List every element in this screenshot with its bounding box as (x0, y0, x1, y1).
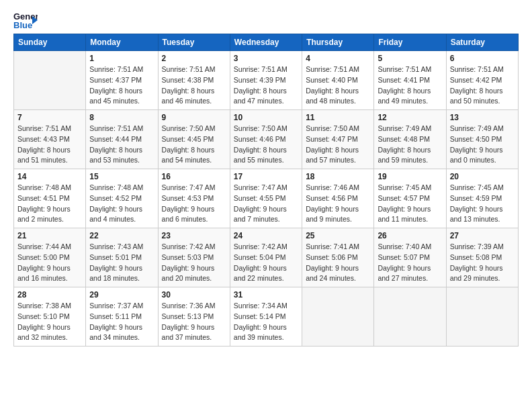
day-number: 12 (378, 113, 442, 122)
day-number: 16 (162, 172, 226, 181)
day-cell: 2Sunrise: 7:51 AMSunset: 4:38 PMDaylight… (158, 51, 230, 110)
day-info: Sunrise: 7:42 AMSunset: 5:03 PMDaylight:… (162, 242, 226, 284)
day-number: 21 (17, 231, 82, 240)
day-cell: 7Sunrise: 7:51 AMSunset: 4:43 PMDaylight… (14, 110, 86, 169)
day-number: 31 (234, 290, 298, 300)
day-number: 3 (234, 54, 298, 63)
header-saturday: Saturday (446, 34, 518, 51)
day-cell: 28Sunrise: 7:38 AMSunset: 5:10 PMDayligh… (14, 287, 86, 347)
week-row-2: 14Sunrise: 7:48 AMSunset: 4:51 PMDayligh… (14, 169, 519, 228)
day-info: Sunrise: 7:44 AMSunset: 5:00 PMDaylight:… (17, 242, 82, 284)
day-cell: 15Sunrise: 7:48 AMSunset: 4:52 PMDayligh… (86, 169, 158, 228)
day-number: 25 (306, 231, 370, 240)
week-row-0: 1Sunrise: 7:51 AMSunset: 4:37 PMDaylight… (14, 51, 519, 110)
day-cell: 5Sunrise: 7:51 AMSunset: 4:41 PMDaylight… (374, 51, 446, 110)
day-number: 15 (89, 172, 154, 181)
day-cell: 20Sunrise: 7:45 AMSunset: 4:59 PMDayligh… (446, 169, 518, 228)
day-info: Sunrise: 7:42 AMSunset: 5:04 PMDaylight:… (234, 242, 298, 284)
day-info: Sunrise: 7:43 AMSunset: 5:01 PMDaylight:… (89, 242, 154, 284)
header-wednesday: Wednesday (230, 34, 302, 51)
day-cell: 13Sunrise: 7:49 AMSunset: 4:50 PMDayligh… (446, 110, 518, 169)
calendar-table: SundayMondayTuesdayWednesdayThursdayFrid… (13, 34, 519, 347)
day-number: 8 (89, 113, 154, 122)
day-info: Sunrise: 7:36 AMSunset: 5:13 PMDaylight:… (162, 301, 226, 343)
day-info: Sunrise: 7:51 AMSunset: 4:43 PMDaylight:… (17, 124, 82, 166)
day-cell: 19Sunrise: 7:45 AMSunset: 4:57 PMDayligh… (374, 169, 446, 228)
logo: General Blue (13, 11, 38, 30)
day-number: 29 (89, 290, 154, 300)
week-row-4: 28Sunrise: 7:38 AMSunset: 5:10 PMDayligh… (14, 287, 519, 347)
day-number: 14 (17, 172, 82, 181)
day-info: Sunrise: 7:51 AMSunset: 4:39 PMDaylight:… (234, 64, 298, 107)
header-sunday: Sunday (14, 34, 86, 51)
day-number: 2 (162, 54, 226, 63)
day-number: 23 (162, 231, 226, 240)
day-cell (446, 287, 518, 347)
day-info: Sunrise: 7:38 AMSunset: 5:10 PMDaylight:… (17, 301, 82, 343)
day-cell: 25Sunrise: 7:41 AMSunset: 5:06 PMDayligh… (302, 228, 374, 287)
day-cell (302, 287, 374, 347)
logo-icon: General Blue (13, 11, 38, 30)
day-info: Sunrise: 7:34 AMSunset: 5:14 PMDaylight:… (234, 301, 298, 343)
day-cell: 29Sunrise: 7:37 AMSunset: 5:11 PMDayligh… (86, 287, 158, 347)
day-number: 7 (17, 113, 82, 122)
svg-text:Blue: Blue (13, 20, 32, 30)
header-tuesday: Tuesday (158, 34, 230, 51)
day-info: Sunrise: 7:47 AMSunset: 4:55 PMDaylight:… (234, 183, 298, 225)
day-number: 5 (378, 54, 442, 63)
day-info: Sunrise: 7:50 AMSunset: 4:46 PMDaylight:… (234, 124, 298, 166)
day-info: Sunrise: 7:51 AMSunset: 4:44 PMDaylight:… (89, 124, 154, 166)
day-cell: 16Sunrise: 7:47 AMSunset: 4:53 PMDayligh… (158, 169, 230, 228)
header: General Blue (13, 11, 519, 30)
day-info: Sunrise: 7:48 AMSunset: 4:51 PMDaylight:… (17, 183, 82, 225)
day-cell (14, 51, 86, 110)
day-number: 26 (378, 231, 442, 240)
day-cell: 21Sunrise: 7:44 AMSunset: 5:00 PMDayligh… (14, 228, 86, 287)
day-cell: 14Sunrise: 7:48 AMSunset: 4:51 PMDayligh… (14, 169, 86, 228)
day-info: Sunrise: 7:41 AMSunset: 5:06 PMDaylight:… (306, 242, 370, 284)
day-cell: 22Sunrise: 7:43 AMSunset: 5:01 PMDayligh… (86, 228, 158, 287)
day-info: Sunrise: 7:50 AMSunset: 4:47 PMDaylight:… (306, 124, 370, 166)
day-cell: 27Sunrise: 7:39 AMSunset: 5:08 PMDayligh… (446, 228, 518, 287)
day-number: 18 (306, 172, 370, 181)
day-number: 9 (162, 113, 226, 122)
day-cell: 17Sunrise: 7:47 AMSunset: 4:55 PMDayligh… (230, 169, 302, 228)
day-number: 11 (306, 113, 370, 122)
day-info: Sunrise: 7:47 AMSunset: 4:53 PMDaylight:… (162, 183, 226, 225)
day-info: Sunrise: 7:37 AMSunset: 5:11 PMDaylight:… (89, 301, 154, 343)
header-monday: Monday (86, 34, 158, 51)
day-cell: 9Sunrise: 7:50 AMSunset: 4:45 PMDaylight… (158, 110, 230, 169)
day-info: Sunrise: 7:48 AMSunset: 4:52 PMDaylight:… (89, 183, 154, 225)
day-info: Sunrise: 7:51 AMSunset: 4:40 PMDaylight:… (306, 64, 370, 107)
day-cell: 8Sunrise: 7:51 AMSunset: 4:44 PMDaylight… (86, 110, 158, 169)
day-info: Sunrise: 7:46 AMSunset: 4:56 PMDaylight:… (306, 183, 370, 225)
day-info: Sunrise: 7:39 AMSunset: 5:08 PMDaylight:… (450, 242, 515, 284)
day-number: 22 (89, 231, 154, 240)
day-cell: 26Sunrise: 7:40 AMSunset: 5:07 PMDayligh… (374, 228, 446, 287)
day-number: 17 (234, 172, 298, 181)
day-cell: 10Sunrise: 7:50 AMSunset: 4:46 PMDayligh… (230, 110, 302, 169)
day-info: Sunrise: 7:49 AMSunset: 4:48 PMDaylight:… (378, 124, 442, 166)
day-number: 6 (450, 54, 515, 63)
day-number: 4 (306, 54, 370, 63)
day-cell: 18Sunrise: 7:46 AMSunset: 4:56 PMDayligh… (302, 169, 374, 228)
day-number: 13 (450, 113, 515, 122)
day-info: Sunrise: 7:45 AMSunset: 4:57 PMDaylight:… (378, 183, 442, 225)
day-info: Sunrise: 7:51 AMSunset: 4:37 PMDaylight:… (89, 64, 154, 107)
day-number: 27 (450, 231, 515, 240)
day-info: Sunrise: 7:51 AMSunset: 4:41 PMDaylight:… (378, 64, 442, 107)
header-row: SundayMondayTuesdayWednesdayThursdayFrid… (14, 34, 519, 51)
day-cell: 24Sunrise: 7:42 AMSunset: 5:04 PMDayligh… (230, 228, 302, 287)
day-cell: 4Sunrise: 7:51 AMSunset: 4:40 PMDaylight… (302, 51, 374, 110)
day-number: 20 (450, 172, 515, 181)
day-number: 19 (378, 172, 442, 181)
day-number: 1 (89, 54, 154, 63)
day-cell: 3Sunrise: 7:51 AMSunset: 4:39 PMDaylight… (230, 51, 302, 110)
day-number: 28 (17, 290, 82, 300)
week-row-3: 21Sunrise: 7:44 AMSunset: 5:00 PMDayligh… (14, 228, 519, 287)
day-number: 24 (234, 231, 298, 240)
calendar-page: General Blue SundayMondayTuesdayWednesda… (0, 0, 532, 411)
header-thursday: Thursday (302, 34, 374, 51)
header-friday: Friday (374, 34, 446, 51)
day-number: 30 (162, 290, 226, 300)
